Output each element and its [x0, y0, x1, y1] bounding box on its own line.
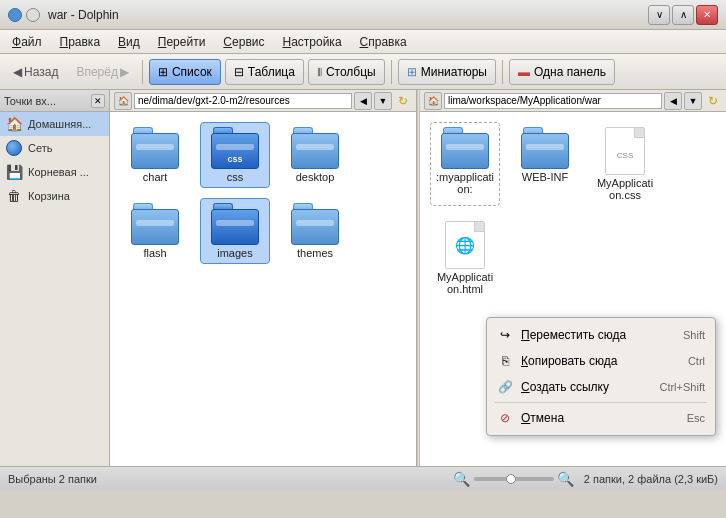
sidebar-item-network[interactable]: Сеть	[0, 136, 109, 160]
zoom-slider[interactable]	[474, 477, 554, 481]
table-icon: ⊟	[234, 65, 244, 79]
file-item-desktop[interactable]: desktop	[280, 122, 350, 188]
file-label-css: css	[227, 171, 244, 183]
menu-view[interactable]: Вид	[110, 33, 148, 51]
columns-icon: ⫴	[317, 65, 322, 79]
right-panel-down-button[interactable]: ▼	[684, 92, 702, 110]
file-item-images[interactable]: images	[200, 198, 270, 264]
right-panel-grid: :myapplication: WEB-INF	[420, 112, 726, 310]
file-item-myapplication-css[interactable]: CSS MyApplication.css	[590, 122, 660, 206]
trash-icon: 🗑	[6, 188, 22, 204]
file-item-css[interactable]: css css	[200, 122, 270, 188]
copy-icon: ⎘	[497, 353, 513, 369]
menu-file[interactable]: Файл	[4, 33, 50, 51]
folder-body	[441, 133, 489, 169]
left-panel-down-button[interactable]: ▼	[374, 92, 392, 110]
thumbnails-label: Миниатюры	[421, 65, 487, 79]
left-panel-back-button[interactable]: ◀	[354, 92, 372, 110]
ctx-cancel-shortcut: Esc	[687, 412, 705, 424]
sidebar-item-root[interactable]: 💾 Корневая ...	[0, 160, 109, 184]
ctx-move-here[interactable]: ↪ Переместить сюда Shift	[487, 322, 715, 348]
right-panel-home-button[interactable]: 🏠	[424, 92, 442, 110]
status-left-text: Выбраны 2 папки	[8, 473, 444, 485]
thumbnails-icon: ⊞	[407, 65, 417, 79]
list-icon: ⊞	[158, 65, 168, 79]
folder-highlight	[446, 144, 484, 150]
one-panel-label: Одна панель	[534, 65, 606, 79]
left-panel-grid: chart css css	[110, 112, 416, 274]
titlebar-controls: ∨ ∧ ✕	[648, 5, 718, 25]
folder-icon-flash	[131, 203, 179, 245]
toolbar: ◀ Назад Вперёд ▶ ⊞ Список ⊟ Таблица ⫴ Ст…	[0, 54, 726, 90]
zoom-out-button[interactable]: 🔍	[454, 471, 470, 487]
left-panel-reload-button[interactable]: ↻	[394, 92, 412, 110]
zoom-thumb[interactable]	[506, 474, 516, 484]
table-view-button[interactable]: ⊟ Таблица	[225, 59, 304, 85]
folder-highlight	[216, 220, 254, 226]
ctx-copy-here[interactable]: ⎘ Копировать сюда Ctrl	[487, 348, 715, 374]
folder-icon-images	[211, 203, 259, 245]
file-label-myapplication-css: MyApplication.css	[595, 177, 655, 201]
window-title: war - Dolphin	[48, 8, 648, 22]
left-panel-path-text: ne/dima/dev/gxt-2.0-m2/resources	[138, 95, 290, 106]
folder-body	[131, 209, 179, 245]
one-panel-icon: ▬	[518, 65, 530, 79]
menu-go[interactable]: Перейти	[150, 33, 214, 51]
left-panel-home-button[interactable]: 🏠	[114, 92, 132, 110]
file-label-flash: flash	[143, 247, 166, 259]
sidebar-title: Точки вх...	[4, 95, 56, 107]
back-button[interactable]: ◀ Назад	[6, 59, 65, 85]
columns-view-button[interactable]: ⫴ Столбцы	[308, 59, 385, 85]
folder-highlight	[526, 144, 564, 150]
file-label-webinf: WEB-INF	[522, 171, 568, 183]
ctx-create-link[interactable]: 🔗 Создать ссылку Ctrl+Shift	[487, 374, 715, 400]
file-item-webinf[interactable]: WEB-INF	[510, 122, 580, 206]
file-item-myapplication[interactable]: :myapplication:	[430, 122, 500, 206]
sidebar-close-button[interactable]: ✕	[91, 94, 105, 108]
globe-icon	[6, 140, 22, 156]
ctx-copy-label: Копировать сюда	[521, 354, 680, 368]
right-panel-back-button[interactable]: ◀	[664, 92, 682, 110]
thumbnails-button[interactable]: ⊞ Миниатюры	[398, 59, 496, 85]
close-button[interactable]: ✕	[696, 5, 718, 25]
sidebar-item-trash[interactable]: 🗑 Корзина	[0, 184, 109, 208]
titlebar: war - Dolphin ∨ ∧ ✕	[0, 0, 726, 30]
minimize-button[interactable]: ∨	[648, 5, 670, 25]
back-label: Назад	[24, 65, 58, 79]
folder-icon-myapplication	[441, 127, 489, 169]
hdd-icon: 💾	[6, 164, 22, 180]
forward-button[interactable]: Вперёд ▶	[69, 59, 136, 85]
sidebar-item-home[interactable]: 🏠 Домашняя...	[0, 112, 109, 136]
main-area: Точки вх... ✕ 🏠 Домашняя... Сеть 💾 Корне…	[0, 90, 726, 466]
file-label-myapplication: :myapplication:	[435, 171, 495, 195]
columns-label: Столбцы	[326, 65, 376, 79]
ctx-move-label: Переместить сюда	[521, 328, 675, 342]
home-icon: 🏠	[6, 116, 22, 132]
right-panel-header: 🏠 lima/workspace/MyApplication/war ◀ ▼ ↻	[420, 90, 726, 112]
file-label-desktop: desktop	[296, 171, 335, 183]
second-icon	[26, 8, 40, 22]
menu-edit[interactable]: Правка	[52, 33, 109, 51]
list-view-button[interactable]: ⊞ Список	[149, 59, 221, 85]
menu-tools[interactable]: Сервис	[215, 33, 272, 51]
zoom-in-button[interactable]: 🔍	[558, 471, 574, 487]
one-panel-button[interactable]: ▬ Одна панель	[509, 59, 615, 85]
html-file-icon: 🌐	[445, 221, 485, 269]
cancel-icon: ⊘	[497, 410, 513, 426]
menu-help[interactable]: Справка	[352, 33, 415, 51]
list-label: Список	[172, 65, 212, 79]
toolbar-separator-2	[391, 60, 392, 84]
maximize-button[interactable]: ∧	[672, 5, 694, 25]
folder-highlight	[216, 144, 254, 150]
file-item-flash[interactable]: flash	[120, 198, 190, 264]
ctx-cancel[interactable]: ⊘ Отмена Esc	[487, 405, 715, 431]
file-item-myapplication-html[interactable]: 🌐 MyApplication.html	[430, 216, 500, 300]
move-icon: ↪	[497, 327, 513, 343]
file-item-themes[interactable]: themes	[280, 198, 350, 264]
file-item-chart[interactable]: chart	[120, 122, 190, 188]
right-panel-reload-button[interactable]: ↻	[704, 92, 722, 110]
table-label: Таблица	[248, 65, 295, 79]
folder-icon-desktop	[291, 127, 339, 169]
menu-settings[interactable]: Настройка	[274, 33, 349, 51]
ctx-move-shortcut: Shift	[683, 329, 705, 341]
